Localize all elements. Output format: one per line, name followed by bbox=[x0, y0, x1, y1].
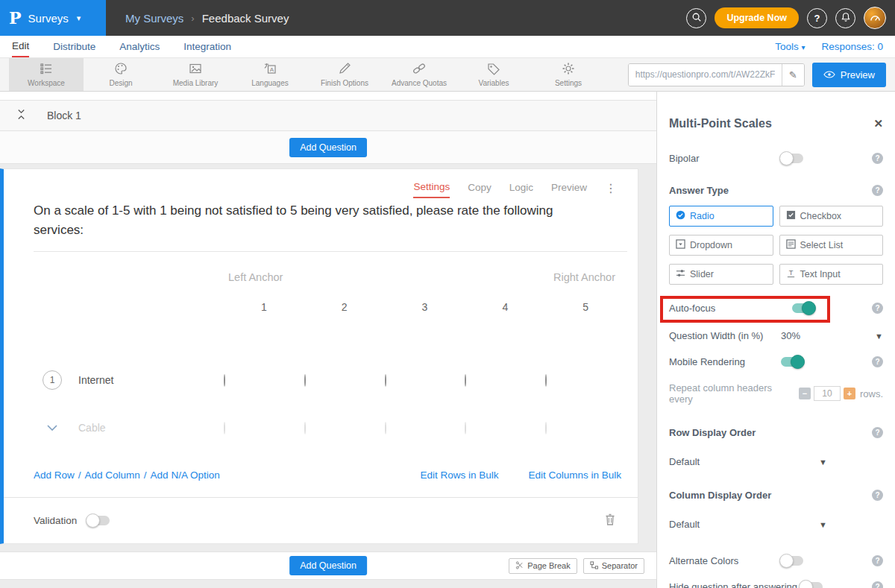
preview-button[interactable]: Preview bbox=[812, 63, 886, 87]
tab-edit[interactable]: Edit bbox=[12, 36, 29, 57]
add-question-button-bottom[interactable]: Add Question bbox=[289, 556, 367, 575]
bipolar-toggle[interactable] bbox=[781, 154, 803, 163]
add-na-option-link[interactable]: Add N/A Option bbox=[151, 470, 220, 481]
help-icon[interactable]: ? bbox=[872, 581, 883, 588]
upgrade-now-button[interactable]: Upgrade Now bbox=[715, 7, 799, 28]
question-tab-settings[interactable]: Settings bbox=[413, 181, 450, 198]
link-separator: / bbox=[78, 470, 81, 481]
toolbar-item-settings[interactable]: Settings bbox=[531, 58, 606, 91]
row-display-order-label: Row Display Order bbox=[669, 427, 756, 438]
row-display-order-row: Row Display Order ? bbox=[669, 427, 883, 438]
toolbar-right: ✎ Preview bbox=[628, 58, 895, 91]
radio-option[interactable] bbox=[545, 422, 547, 434]
row-expand-button[interactable] bbox=[43, 425, 62, 431]
radio-option[interactable] bbox=[304, 422, 306, 434]
row-label[interactable]: Cable bbox=[78, 422, 106, 434]
answer-type-radio[interactable]: Radio bbox=[669, 206, 773, 227]
add-question-row-bottom: Add Question Page Break Separator bbox=[0, 551, 656, 580]
question-menu-icon[interactable]: ⋮ bbox=[605, 181, 617, 198]
mobile-rendering-row: Mobile Rendering ? bbox=[669, 356, 883, 367]
answer-type-dropdown[interactable]: Dropdown bbox=[669, 235, 773, 256]
survey-url-input[interactable] bbox=[629, 64, 782, 86]
column-header: 3 bbox=[385, 301, 465, 313]
separator-button[interactable]: Separator bbox=[583, 558, 644, 574]
answer-type-checkbox[interactable]: Checkbox bbox=[779, 206, 884, 227]
help-icon[interactable]: ? bbox=[872, 153, 883, 164]
help-button[interactable]: ? bbox=[807, 8, 827, 28]
bipolar-row: Bipolar ? bbox=[669, 153, 883, 164]
radio-option[interactable] bbox=[304, 374, 306, 387]
help-icon[interactable]: ? bbox=[872, 490, 883, 501]
edit-url-button[interactable]: ✎ bbox=[782, 64, 804, 86]
add-row-link[interactable]: Add Row bbox=[34, 470, 75, 481]
dropdown-icon bbox=[676, 239, 685, 251]
edit-rows-bulk-link[interactable]: Edit Rows in Bulk bbox=[420, 470, 498, 481]
tab-distribute[interactable]: Distribute bbox=[53, 36, 95, 57]
radio-option[interactable] bbox=[224, 422, 225, 434]
question-width-value[interactable]: 30% bbox=[781, 330, 800, 341]
add-column-link[interactable]: Add Column bbox=[85, 470, 140, 481]
edit-columns-bulk-link[interactable]: Edit Columns in Bulk bbox=[528, 470, 621, 481]
row-display-order-select[interactable]: Default ▼ bbox=[669, 456, 827, 467]
question-tab-preview[interactable]: Preview bbox=[551, 182, 587, 197]
stepper-plus-button[interactable]: + bbox=[844, 388, 855, 399]
delete-question-button[interactable] bbox=[605, 513, 615, 528]
radio-option[interactable] bbox=[465, 422, 466, 434]
search-button[interactable] bbox=[686, 8, 706, 28]
radio-option[interactable] bbox=[545, 374, 547, 387]
list-icon bbox=[786, 239, 796, 251]
breadcrumb-my-surveys[interactable]: My Surveys bbox=[125, 12, 183, 25]
tab-integration[interactable]: Integration bbox=[183, 36, 231, 57]
help-icon[interactable]: ? bbox=[872, 356, 883, 367]
answer-type-text-input[interactable]: T Text Input bbox=[779, 264, 884, 285]
toolbar-item-workspace[interactable]: Workspace bbox=[9, 58, 84, 91]
toolbar-item-variables[interactable]: Variables bbox=[456, 58, 531, 91]
collapse-block-button[interactable] bbox=[16, 109, 26, 122]
mobile-rendering-toggle[interactable] bbox=[781, 357, 803, 367]
help-icon[interactable]: ? bbox=[872, 555, 883, 566]
column-display-order-label: Column Display Order bbox=[669, 490, 771, 501]
column-header: 5 bbox=[545, 301, 626, 313]
stepper-minus-button[interactable]: − bbox=[799, 388, 811, 399]
question-text[interactable]: On a scale of 1-5 with 1 being not satis… bbox=[4, 198, 638, 251]
radio-option[interactable] bbox=[224, 374, 225, 387]
row-label[interactable]: Internet bbox=[78, 374, 113, 386]
answer-type-select-list[interactable]: Select List bbox=[779, 235, 884, 256]
radio-option[interactable] bbox=[465, 374, 466, 387]
autofocus-toggle[interactable] bbox=[792, 303, 814, 313]
right-anchor-label: Right Anchor bbox=[465, 271, 626, 283]
close-panel-icon[interactable]: ✕ bbox=[873, 117, 883, 130]
breadcrumb-current: Feedback Survey bbox=[202, 12, 289, 25]
help-icon[interactable]: ? bbox=[872, 185, 883, 196]
page-break-button[interactable]: Page Break bbox=[509, 558, 577, 574]
tools-menu[interactable]: Tools ▾ bbox=[775, 41, 805, 52]
responses-count[interactable]: Responses: 0 bbox=[821, 41, 883, 52]
radio-option[interactable] bbox=[385, 422, 386, 434]
help-icon[interactable]: ? bbox=[872, 303, 883, 314]
gear-icon bbox=[562, 62, 575, 77]
toolbar-item-media-library[interactable]: Media Library bbox=[158, 58, 233, 91]
add-question-button-top[interactable]: Add Question bbox=[289, 138, 367, 157]
question-tab-logic[interactable]: Logic bbox=[509, 182, 533, 197]
hide-question-toggle[interactable] bbox=[800, 582, 823, 588]
toolbar-item-languages[interactable]: A Languages bbox=[233, 58, 307, 91]
repeat-headers-input[interactable] bbox=[814, 386, 841, 401]
alternate-colors-toggle[interactable] bbox=[781, 556, 803, 566]
notifications-button[interactable] bbox=[835, 8, 855, 28]
tab-analytics[interactable]: Analytics bbox=[119, 36, 160, 57]
toolbar-item-advance-quotas[interactable]: Advance Quotas bbox=[382, 58, 456, 91]
validation-toggle[interactable] bbox=[87, 516, 110, 525]
help-icon[interactable]: ? bbox=[872, 427, 883, 438]
column-display-order-select[interactable]: Default ▼ bbox=[669, 519, 827, 530]
question-tab-copy[interactable]: Copy bbox=[468, 182, 492, 197]
column-header: 2 bbox=[304, 301, 385, 313]
chevron-down-icon[interactable]: ▼ bbox=[875, 332, 883, 341]
editor-toolbar: Workspace Design Media Library A Languag… bbox=[0, 58, 895, 92]
avatar[interactable] bbox=[864, 7, 886, 29]
toolbar-item-design[interactable]: Design bbox=[84, 58, 158, 91]
radio-option[interactable] bbox=[385, 374, 386, 387]
toolbar-item-finish-options[interactable]: Finish Options bbox=[307, 58, 382, 91]
question-width-row[interactable]: Question Width (in %) 30% ▼ bbox=[669, 330, 883, 341]
answer-type-slider[interactable]: Slider bbox=[669, 264, 773, 285]
app-logo-menu[interactable]: P Surveys ▾ bbox=[0, 0, 106, 36]
